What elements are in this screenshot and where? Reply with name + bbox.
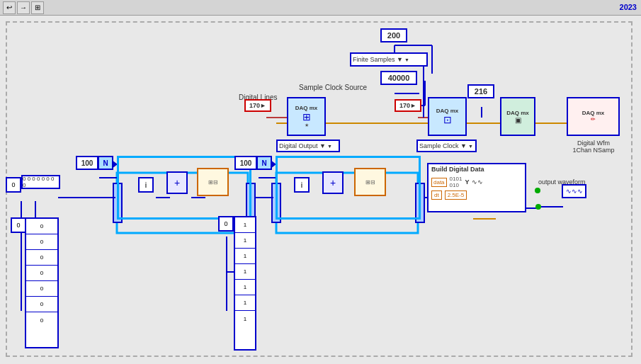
array-vertical-left[interactable]: 0 0 0 0 0 0 0	[25, 217, 59, 348]
build-digital-data-block[interactable]: Build Digital Data data 0101010 Y ∿∿ dt …	[427, 163, 526, 212]
digital-output-dropdown[interactable]: Digital Output ▼	[276, 140, 340, 152]
waveform-symbol: ∿∿	[472, 178, 483, 186]
num-100-1[interactable]: 100	[76, 156, 98, 170]
loop-index-2: i	[294, 177, 310, 193]
add-block-1[interactable]: +	[166, 171, 188, 194]
finite-samples-dropdown[interactable]: Finite Samples ▼	[350, 52, 428, 67]
num-170-left[interactable]: 170►	[244, 99, 271, 112]
daq-block-4[interactable]: DAQ mx ✏	[567, 97, 620, 136]
y-output: Y	[465, 178, 469, 186]
year-label: 2023	[620, 3, 637, 11]
index-0-left-2[interactable]: 0	[11, 217, 26, 233]
daq-block-3[interactable]: DAQ mx ▣	[500, 97, 535, 136]
sample-clock-source-label: Sample Clock Source	[299, 84, 367, 91]
array-vertical-right[interactable]: 1 1 1 1 1 1 1	[234, 216, 256, 351]
num-170-right[interactable]: 170►	[395, 99, 421, 112]
index-0-right[interactable]: 0	[218, 216, 234, 232]
loop-index-1: i	[138, 177, 154, 193]
digital-wfm-label: Digital Wfm1Chan NSamp	[565, 140, 622, 154]
grid-button[interactable]: ⊞	[31, 1, 44, 14]
data-label: data	[431, 178, 447, 187]
sample-clock-dropdown[interactable]: Sample Clock ▼	[416, 140, 477, 152]
binary-icon: 0101010	[450, 176, 463, 188]
back-button[interactable]: ↩	[3, 1, 16, 14]
loop-n-indicator-2: N	[256, 156, 272, 170]
dt-label: dt	[431, 190, 442, 200]
num-200[interactable]: 200	[380, 28, 407, 42]
daq-block-1[interactable]: DAQ mx ⊞ ★	[287, 97, 326, 136]
bdd-title: Build Digital Data	[429, 164, 525, 174]
svg-point-21	[535, 204, 541, 210]
num-40000[interactable]: 40000	[380, 71, 417, 85]
array-row-left[interactable]: 0 0 0 0 0 0 0 0	[21, 175, 60, 189]
index-0-left[interactable]: 0	[6, 177, 21, 193]
forward-button[interactable]: →	[17, 1, 30, 14]
num-100-2[interactable]: 100	[234, 156, 257, 170]
green-dot	[535, 188, 540, 193]
add-block-2[interactable]: +	[322, 171, 344, 194]
loop-n-indicator-1: N	[98, 156, 113, 170]
diagram-area: 200 Finite Samples ▼ 40000 Sample Clock …	[0, 16, 641, 364]
daq-block-2[interactable]: DAQ mx ⊡	[428, 97, 467, 136]
toolbar: ↩ → ⊞ 2023	[0, 0, 641, 16]
waveform-display[interactable]: ∿∿∿	[562, 184, 586, 198]
func-block-2[interactable]: ⊞⊟	[354, 168, 386, 196]
num-216[interactable]: 216	[467, 84, 494, 98]
val-25e5: 2.5E-5	[445, 190, 467, 200]
func-block-1[interactable]: ⊞⊟	[197, 168, 229, 196]
